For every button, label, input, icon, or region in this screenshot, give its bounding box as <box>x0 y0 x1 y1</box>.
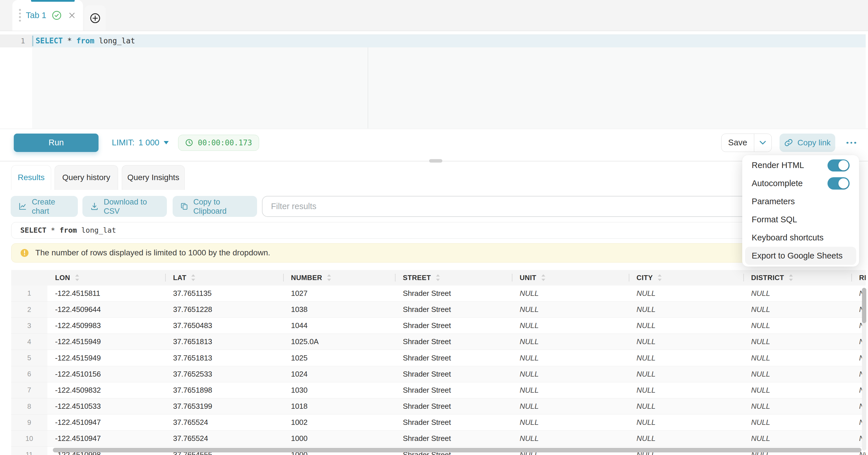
cell-district[interactable]: NULL <box>743 334 851 350</box>
cell-district[interactable]: NULL <box>743 431 851 446</box>
cell-lat[interactable]: 37.765524 <box>165 431 283 446</box>
horizontal-scrollbar-thumb[interactable] <box>53 448 861 452</box>
tab-1[interactable]: Tab 1 <box>12 0 83 31</box>
table-row[interactable]: 6-122.451015637.76525331024Shrader Stree… <box>11 366 866 382</box>
toggle-switch[interactable] <box>828 177 849 189</box>
cell-city[interactable]: NULL <box>629 302 743 317</box>
cell-lon[interactable]: -122.4515949 <box>48 334 165 350</box>
cell-street[interactable]: Shrader Street <box>395 350 512 366</box>
download-csv-button[interactable]: Download to CSV <box>83 196 167 217</box>
cell-street[interactable]: Shrader Street <box>395 431 512 446</box>
cell-unit[interactable]: NULL <box>512 334 629 350</box>
cell-district[interactable]: NULL <box>743 382 851 398</box>
cell-unit[interactable]: NULL <box>512 350 629 366</box>
cell-lat[interactable]: 37.7650483 <box>165 318 283 333</box>
column-header-number[interactable]: NUMBER <box>283 270 395 285</box>
limit-dropdown[interactable]: LIMIT: 1 000 <box>112 133 169 152</box>
sort-icon[interactable] <box>191 274 195 281</box>
sort-icon[interactable] <box>541 274 546 281</box>
cell-number[interactable]: 1000 <box>283 431 395 446</box>
menu-item-parameters[interactable]: Parameters <box>745 192 856 211</box>
toggle-switch[interactable] <box>828 159 849 172</box>
cell-unit[interactable]: NULL <box>512 398 629 414</box>
column-header-city[interactable]: CITY <box>629 270 743 285</box>
sort-icon[interactable] <box>788 274 793 281</box>
cell-number[interactable]: 1025.0A <box>283 334 395 350</box>
cell-district[interactable]: NULL <box>743 398 851 414</box>
cell-lat[interactable]: 37.7651813 <box>165 350 283 366</box>
cell-district[interactable]: NULL <box>743 318 851 333</box>
cell-lat[interactable]: 37.7651228 <box>165 302 283 317</box>
sort-icon[interactable] <box>435 274 440 281</box>
table-row[interactable]: 10-122.451094737.7655241000Shrader Stree… <box>11 431 866 447</box>
table-row[interactable]: 5-122.451594937.76518131025Shrader Stree… <box>11 350 866 366</box>
sort-icon[interactable] <box>657 274 662 281</box>
more-options-button[interactable] <box>842 133 861 152</box>
menu-item-export-to-google-sheets[interactable]: Export to Google Sheets <box>745 247 856 265</box>
cell-number[interactable]: 1044 <box>283 318 395 333</box>
cell-unit[interactable]: NULL <box>512 302 629 317</box>
cell-number[interactable]: 1027 <box>283 285 395 301</box>
menu-item-render-html[interactable]: Render HTML <box>745 156 856 174</box>
cell-district[interactable]: NULL <box>743 366 851 382</box>
cell-lon[interactable]: -122.4510947 <box>48 415 165 430</box>
cell-number[interactable]: 1018 <box>283 398 395 414</box>
vertical-scrollbar-thumb[interactable] <box>862 288 866 324</box>
cell-city[interactable]: NULL <box>629 415 743 430</box>
cell-lat[interactable]: 37.7651898 <box>165 382 283 398</box>
sort-icon[interactable] <box>327 274 332 281</box>
new-tab-button[interactable] <box>85 5 106 30</box>
tab-results[interactable]: Results <box>11 165 51 189</box>
cell-city[interactable]: NULL <box>629 366 743 382</box>
cell-unit[interactable]: NULL <box>512 415 629 430</box>
cell-lon[interactable]: -122.4509983 <box>48 318 165 333</box>
save-button[interactable]: Save <box>721 134 754 152</box>
table-row[interactable]: 7-122.450983237.76518981030Shrader Stree… <box>11 382 866 398</box>
cell-street[interactable]: Shrader Street <box>395 285 512 301</box>
cell-unit[interactable]: NULL <box>512 318 629 333</box>
cell-street[interactable]: Shrader Street <box>395 382 512 398</box>
column-header-unit[interactable]: UNIT <box>512 270 629 285</box>
cell-lon[interactable]: -122.4515811 <box>48 285 165 301</box>
cell-unit[interactable]: NULL <box>512 431 629 446</box>
cell-unit[interactable]: NULL <box>512 285 629 301</box>
run-button[interactable]: Run <box>14 133 98 152</box>
cell-lon[interactable]: -122.4515949 <box>48 350 165 366</box>
cell-street[interactable]: Shrader Street <box>395 366 512 382</box>
menu-item-keyboard-shortcuts[interactable]: Keyboard shortcuts <box>745 229 856 247</box>
cell-street[interactable]: Shrader Street <box>395 398 512 414</box>
menu-item-autocomplete[interactable]: Autocomplete <box>745 174 856 192</box>
cell-lat[interactable]: 37.7651135 <box>165 285 283 301</box>
table-row[interactable]: 1-122.451581137.76511351027Shrader Stree… <box>11 285 866 302</box>
copy-link-button[interactable]: Copy link <box>779 133 835 152</box>
cell-lon[interactable]: -122.4510947 <box>48 431 165 446</box>
column-header-lat[interactable]: LAT <box>165 270 283 285</box>
tab-query-history[interactable]: Query history <box>55 165 118 189</box>
cell-district[interactable]: NULL <box>743 415 851 430</box>
table-row[interactable]: 8-122.451053337.76531991018Shrader Stree… <box>11 398 866 415</box>
copy-to-clipboard-button[interactable]: Copy to Clipboard <box>173 196 257 217</box>
column-header-lon[interactable]: LON <box>48 270 165 285</box>
sort-icon[interactable] <box>75 274 80 281</box>
cell-number[interactable]: 1038 <box>283 302 395 317</box>
cell-lat[interactable]: 37.7653199 <box>165 398 283 414</box>
table-row[interactable]: 9-122.451094737.7655241002Shrader Street… <box>11 415 866 431</box>
sql-editor[interactable]: 1 SELECT * from long_lat <box>0 31 868 129</box>
cell-street[interactable]: Shrader Street <box>395 318 512 333</box>
cell-city[interactable]: NULL <box>629 318 743 333</box>
menu-item-format-sql[interactable]: Format SQL <box>745 211 856 229</box>
cell-city[interactable]: NULL <box>629 285 743 301</box>
column-header-street[interactable]: STREET <box>395 270 512 285</box>
table-row[interactable]: 4-122.451594937.76518131025.0AShrader St… <box>11 334 866 350</box>
cell-city[interactable]: NULL <box>629 398 743 414</box>
cell-lon[interactable]: -122.4510533 <box>48 398 165 414</box>
cell-lon[interactable]: -122.4509832 <box>48 382 165 398</box>
tab-query-insights[interactable]: Query Insights <box>122 165 185 189</box>
cell-city[interactable]: NULL <box>629 431 743 446</box>
cell-lat[interactable]: 37.7652533 <box>165 366 283 382</box>
drag-handle-icon[interactable] <box>19 9 21 22</box>
code-line[interactable]: SELECT * from long_lat <box>36 34 135 48</box>
cell-city[interactable]: NULL <box>629 382 743 398</box>
cell-district[interactable]: NULL <box>743 302 851 317</box>
cell-street[interactable]: Shrader Street <box>395 302 512 317</box>
